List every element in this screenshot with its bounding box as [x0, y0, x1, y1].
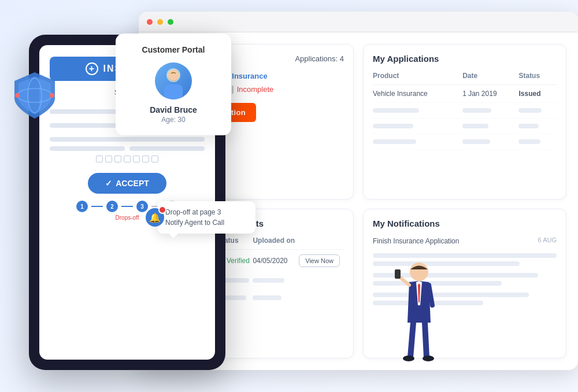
my-applications-title: My Applications	[373, 54, 439, 64]
col-action	[299, 236, 344, 250]
notif-date-1: 6 AUG	[538, 236, 557, 243]
svg-rect-5	[164, 84, 183, 99]
col-status: Status	[518, 72, 557, 85]
svg-point-7	[410, 262, 428, 281]
apps-header-row: My Applications	[373, 54, 557, 64]
accept-label: ACCEPT	[116, 179, 149, 188]
verified-text: Verified	[227, 257, 250, 265]
user-age: Age: 30	[161, 116, 185, 124]
step-line-1	[91, 206, 103, 207]
placeholder-row-3	[373, 134, 557, 150]
step-1-dot: 1	[76, 201, 88, 212]
form-field-5[interactable]	[129, 146, 205, 151]
app-date: 1 Jan 2019	[462, 85, 518, 103]
ph-bar	[253, 295, 281, 300]
ph-bar	[518, 108, 542, 113]
app-product: Vehicle Insurance	[373, 85, 462, 103]
shield-icon	[12, 69, 58, 124]
svg-point-2	[15, 93, 20, 98]
col-date: Date	[462, 72, 518, 85]
customer-portal-card: Customer Portal David Bruce Age: 30	[116, 34, 231, 135]
svg-point-3	[50, 93, 54, 98]
checkbox-2[interactable]	[105, 156, 112, 162]
checkbox-4[interactable]	[124, 156, 131, 162]
form-field-4[interactable]	[50, 146, 125, 151]
placeholder-row-1	[373, 103, 557, 119]
accept-button[interactable]: ✓ ACCEPT	[88, 173, 166, 194]
my-notifications-title: My Notifications	[373, 219, 440, 228]
step-2-dot: 2	[106, 201, 118, 212]
svg-point-10	[423, 356, 434, 361]
status-value: Incomplete	[237, 85, 274, 94]
doc-date: 04/05/2020	[253, 250, 299, 272]
ph-bar	[462, 108, 491, 113]
ph-bar	[373, 139, 416, 144]
notif-placeholder-1	[373, 253, 557, 258]
ph-bar	[373, 124, 413, 128]
plus-icon: +	[86, 62, 98, 75]
notification-icon-wrap[interactable]: 🔔	[146, 208, 164, 227]
app-status: Issued	[518, 85, 557, 103]
tooltip-line1: Drop-off at page 3	[165, 207, 247, 217]
view-now-button[interactable]: View Now	[299, 254, 340, 267]
form-row-1	[50, 146, 205, 151]
ph-bar	[373, 108, 419, 113]
scene: + INSURANCE STEP 3 ✓ ACCEP	[0, 0, 578, 392]
avatar	[155, 62, 192, 99]
dot-yellow[interactable]	[157, 19, 163, 25]
tooltip-line2: Notify Agent to Call	[165, 217, 247, 228]
notification-tooltip: Drop-off at page 3 Notify Agent to Call	[157, 201, 255, 234]
user-name: David Bruce	[150, 105, 197, 114]
notification-badge	[158, 206, 166, 214]
apps-table-header-row: Product Date Status	[373, 72, 557, 85]
step-line-2	[121, 206, 133, 207]
browser-topbar	[139, 12, 578, 32]
notification-item-1: Finish Insurance Application 6 AUG	[373, 236, 557, 246]
ph-bar	[462, 139, 490, 144]
svg-rect-8	[395, 269, 401, 279]
notif-header-row: My Notifications	[373, 219, 557, 228]
notif-text-1: Finish Insurance Application	[373, 236, 459, 246]
checkbox-row	[96, 156, 158, 162]
dot-green[interactable]	[168, 19, 173, 25]
checkbox-1[interactable]	[96, 156, 103, 162]
checkbox-5[interactable]	[133, 156, 140, 162]
portal-title: Customer Portal	[142, 45, 205, 54]
table-row: Vehicle Insurance 1 Jan 2019 Issued	[373, 85, 557, 103]
ph-bar	[253, 278, 284, 283]
person-figure	[393, 259, 445, 375]
checkmark-icon: ✓	[105, 179, 112, 188]
placeholder-row-2	[373, 119, 557, 134]
applications-count: Applications: 4	[295, 54, 344, 63]
dot-red[interactable]	[147, 19, 153, 25]
doc-action: View Now	[299, 250, 344, 272]
ph-bar	[518, 139, 540, 144]
svg-point-9	[403, 356, 414, 361]
applications-table: Product Date Status Vehicle Insurance 1 …	[373, 72, 557, 150]
ph-bar	[518, 124, 539, 128]
checkbox-7[interactable]	[151, 156, 158, 162]
checkbox-6[interactable]	[142, 156, 149, 162]
form-field-3[interactable]	[50, 137, 205, 142]
col-product: Product	[373, 72, 462, 85]
ph-bar	[462, 124, 488, 128]
col-uploaded: Uploaded on	[253, 236, 299, 250]
my-applications-card: My Applications Product Date Status Vehi…	[363, 44, 566, 199]
checkbox-3[interactable]	[114, 156, 121, 162]
drops-off-label: Drops-off	[116, 215, 139, 221]
